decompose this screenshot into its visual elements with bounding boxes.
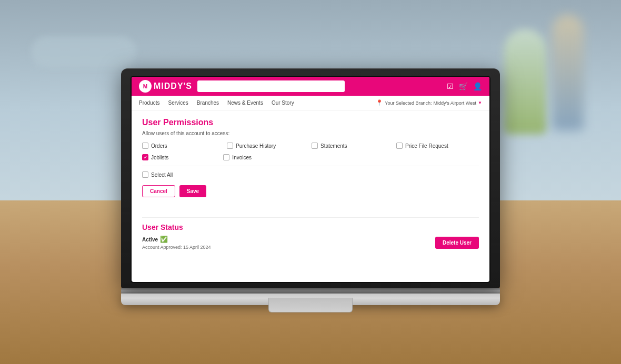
perm-invoices-label: Invoices (232, 155, 252, 160)
perm-price-file-request-label: Price File Request (405, 143, 448, 149)
bg-person2 (552, 15, 584, 130)
save-button[interactable]: Save (179, 185, 206, 197)
status-title: User Status (142, 223, 479, 231)
status-row: Active ✅ Account Approved: 15 April 2024… (142, 236, 479, 250)
checkbox-price-file-request[interactable] (396, 143, 403, 149)
checkbox-invoices[interactable] (223, 154, 229, 160)
cart-icon[interactable]: 🛒 (459, 82, 468, 90)
laptop-bezel: M MIDDY'S ☑ 🛒 👤 Products Services (131, 76, 490, 283)
bg-pipe (31, 36, 136, 68)
header-icons: ☑ 🛒 👤 (447, 82, 482, 90)
perm-orders: Orders (142, 143, 225, 149)
branch-name: Middy's Airport West (434, 100, 477, 106)
main-content: User Permissions Allow users of this acc… (132, 110, 489, 212)
approved-text: Account Approved: 15 April 2024 (142, 245, 211, 250)
checklist-icon[interactable]: ☑ (447, 82, 454, 90)
nav-links: Products Services Branches News & Events… (139, 100, 376, 106)
nav-our-story[interactable]: Our Story (272, 100, 294, 106)
perm-joblists-label: Joblists (151, 155, 168, 160)
cancel-button[interactable]: Cancel (142, 185, 175, 197)
perm-statements-label: Statements (320, 143, 347, 149)
perm-invoices: Invoices (223, 154, 252, 160)
laptop-screen: M MIDDY'S ☑ 🛒 👤 Products Services (132, 77, 489, 282)
checkbox-orders[interactable] (142, 143, 148, 149)
site-nav: Products Services Branches News & Events… (132, 96, 489, 110)
status-left: Active ✅ Account Approved: 15 April 2024 (142, 236, 211, 250)
divider2 (142, 217, 479, 218)
active-badge: Active ✅ (142, 236, 211, 243)
laptop-trackpad (268, 298, 353, 312)
delete-user-button[interactable]: Delete User (435, 237, 479, 249)
select-all-row: Select All (142, 171, 479, 178)
perm-price-file-request: Price File Request (396, 143, 479, 149)
select-all-label: Select All (151, 172, 173, 178)
perm-joblists: Joblists (142, 154, 168, 160)
permissions-subtitle: Allow users of this account to access: (142, 130, 479, 136)
perm-purchase-history-label: Purchase History (236, 143, 276, 149)
branch-info: 📍 Your Selected Branch: Middy's Airport … (376, 99, 482, 106)
laptop-base (121, 294, 500, 305)
active-check-icon: ✅ (160, 236, 168, 243)
bg-person1 (504, 29, 546, 134)
laptop: M MIDDY'S ☑ 🛒 👤 Products Services (121, 68, 500, 305)
nav-products[interactable]: Products (139, 100, 159, 106)
checkbox-joblists[interactable] (142, 154, 148, 160)
user-icon[interactable]: 👤 (473, 82, 482, 90)
location-icon: 📍 (376, 99, 383, 106)
branch-chevron-icon: ▼ (478, 100, 482, 105)
divider1 (142, 166, 479, 166)
checkbox-purchase-history[interactable] (227, 143, 233, 149)
site-header: M MIDDY'S ☑ 🛒 👤 (132, 77, 489, 96)
laptop-hinge (121, 288, 500, 294)
btn-row: Cancel Save (142, 185, 479, 197)
nav-branches[interactable]: Branches (197, 100, 219, 106)
perm-orders-label: Orders (151, 143, 167, 149)
laptop-screen-outer: M MIDDY'S ☑ 🛒 👤 Products Services (121, 68, 500, 288)
branch-label: Your Selected Branch: (385, 100, 432, 106)
logo-icon: M (139, 80, 152, 93)
permissions-title: User Permissions (142, 118, 479, 127)
permissions-row2: Joblists Invoices (142, 154, 479, 160)
permissions-row1: Orders Purchase History Statements (142, 143, 479, 149)
checkbox-statements[interactable] (312, 143, 318, 149)
user-status-section: User Status Active ✅ Account Approved: 1… (132, 217, 489, 257)
brand-name: MIDDY'S (154, 82, 192, 91)
nav-news-events[interactable]: News & Events (227, 100, 263, 106)
nav-services[interactable]: Services (168, 100, 188, 106)
logo-area: M MIDDY'S (139, 80, 192, 93)
perm-purchase-history: Purchase History (227, 143, 309, 149)
status-label: Active (142, 237, 158, 242)
perm-statements: Statements (312, 143, 394, 149)
search-input[interactable] (197, 80, 345, 92)
checkbox-select-all[interactable] (142, 171, 148, 178)
